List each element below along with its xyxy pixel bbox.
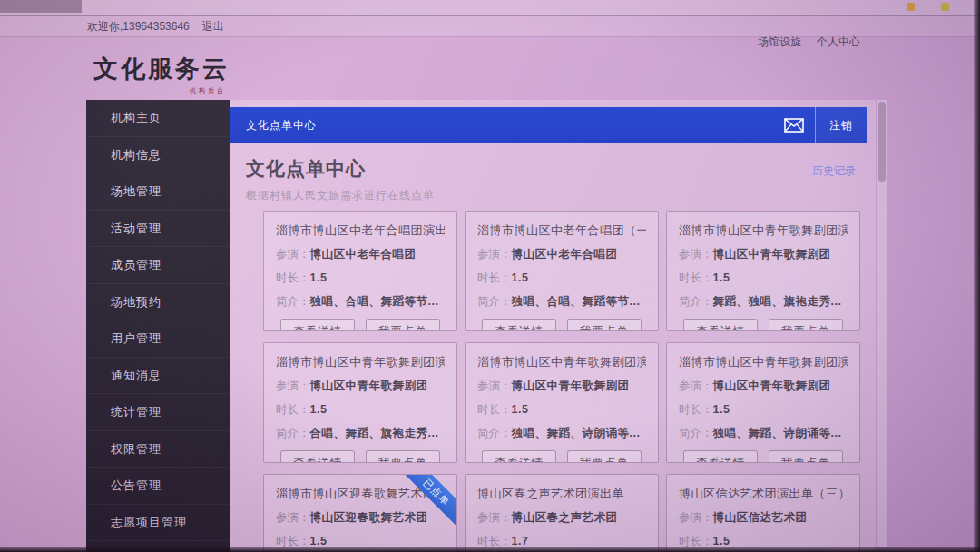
sidebar-menu: 机构主页 机构信息 场地管理 活动管理 成员管理 场地预约 用户管理 通知消息 … (86, 100, 230, 552)
performer-value: 博山区春之声艺术团 (512, 511, 618, 524)
screen-bezel (974, 0, 980, 552)
performance-card: 淄博市博山区中青年歌舞剧团演出... 参演：博山区中青年歌舞剧团 时长：1.5 … (666, 342, 860, 463)
card-performer-row: 参演：博山区中青年歌舞剧团 (679, 247, 848, 262)
intro-label: 简介： (679, 295, 713, 308)
view-details-button[interactable]: 查看详情 (280, 319, 355, 331)
personal-center-link[interactable]: 个人中心 (817, 34, 860, 50)
link-divider (808, 37, 809, 47)
duration-label: 时长： (679, 271, 713, 284)
intro-label: 简介： (679, 427, 713, 439)
duration-value: 1.5 (713, 403, 730, 416)
performer-value: 博山区中青年歌舞剧团 (713, 248, 831, 261)
view-details-button[interactable]: 查看详情 (482, 319, 556, 331)
card-intro-row: 简介：合唱、舞蹈、旗袍走秀... (276, 426, 445, 441)
sidebar-item-0[interactable]: 机构主页 (86, 100, 230, 137)
performer-label: 参演： (477, 380, 512, 392)
card-intro-row: 简介：舞蹈、独唱、旗袍走秀... (679, 294, 848, 310)
venue-facilities-link[interactable]: 场馆设旋 (758, 34, 801, 50)
card-duration-row: 时长：1.5 (679, 402, 848, 418)
order-button[interactable]: 我要点单 (366, 450, 440, 463)
card-duration-row: 时长：1.5 (276, 402, 445, 418)
view-details-button[interactable]: 查看详情 (683, 450, 758, 463)
card-buttons: 查看详情 我要点单 (679, 450, 848, 463)
sidebar-item-9[interactable]: 权限管理 (86, 431, 230, 468)
card-grid: 淄博市博山区中老年合唱团演出单... 参演：博山区中老年合唱团 时长：1.5 简… (263, 211, 860, 552)
page-head: 文化点单中心 根据村镇人民文旅需求进行在线点单 (246, 156, 858, 203)
intro-label: 简介： (477, 295, 512, 308)
performance-card: 博山区春之声艺术团演出单 参演：博山区春之声艺术团 时长：1.7 简介： 查看详… (465, 474, 659, 552)
intro-value: 独唱、合唱、舞蹈等节... (512, 295, 641, 308)
sidebar-item-6[interactable]: 用户管理 (86, 320, 230, 358)
logo-text: 文化服务云 (93, 53, 230, 85)
duration-value: 1.7 (512, 535, 529, 547)
sidebar-item-7[interactable]: 通知消息 (86, 358, 230, 395)
sidebar-item-4[interactable]: 成员管理 (86, 247, 230, 284)
performer-value: 博山区中老年合唱团 (512, 248, 618, 261)
logo-subtext: 机构后台 (93, 86, 226, 95)
card-intro-row: 简介：独唱、合唱、舞蹈等节... (477, 294, 646, 310)
sidebar-item-label: 成员管理 (111, 258, 162, 271)
order-button[interactable]: 我要点单 (769, 319, 843, 331)
topbar-title: 文化点单中心 (230, 118, 773, 133)
card-performer-row: 参演：博山区迎春歌舞艺术团 (276, 510, 445, 526)
sidebar-item-label: 活动管理 (111, 222, 162, 235)
card-intro-row: 简介：独唱、合唱、舞蹈等节... (276, 294, 445, 310)
performer-label: 参演： (679, 380, 713, 392)
performer-value: 博山区中青年歌舞剧团 (713, 380, 831, 392)
performer-label: 参演： (276, 511, 310, 524)
duration-value: 1.5 (310, 535, 328, 547)
scrollbar-thumb[interactable] (878, 102, 886, 182)
sidebar-item-2[interactable]: 场地管理 (86, 173, 230, 211)
sidebar-item-3[interactable]: 活动管理 (86, 211, 230, 248)
card-duration-row: 时长：1.5 (276, 271, 445, 286)
photo-shadow (0, 0, 82, 13)
sidebar-item-10[interactable]: 公告管理 (86, 468, 230, 505)
duration-value: 1.5 (512, 403, 529, 416)
mail-button[interactable] (773, 107, 815, 143)
performance-card: 博山区信达艺术团演出单（三） 参演：博山区信达艺术团 时长：1.5 简介：独唱、… (666, 474, 860, 552)
performance-card: 淄博市博山区中青年歌舞剧团演出... 参演：博山区中青年歌舞剧团 时长：1.5 … (465, 342, 659, 463)
sidebar-item-label: 机构信息 (111, 148, 162, 162)
sidebar-item-label: 场地管理 (111, 184, 162, 198)
sidebar-item-8[interactable]: 统计管理 (86, 394, 230, 431)
duration-label: 时长： (276, 271, 310, 284)
card-buttons: 查看详情 我要点单 (477, 319, 646, 331)
card-buttons: 查看详情 我要点单 (477, 450, 646, 463)
logout-button[interactable]: 注销 (816, 107, 867, 143)
main-panel: 文化点单中心 注销 文化点单中心 根据村镇人民文旅需求进行在线点单 历史记录 淄… (230, 100, 876, 552)
card-intro-row: 简介：独唱、舞蹈、诗朗诵等... (679, 426, 848, 441)
order-button[interactable]: 我要点单 (366, 319, 440, 331)
duration-value: 1.5 (713, 535, 730, 547)
duration-label: 时长： (477, 535, 512, 547)
order-button[interactable]: 我要点单 (769, 450, 843, 463)
history-link[interactable]: 历史记录 (812, 163, 856, 179)
intro-label: 简介： (276, 295, 310, 308)
top-logout-link[interactable]: 退出 (202, 19, 224, 34)
card-title: 淄博市博山区中老年合唱团（一） (477, 222, 646, 239)
browser-chrome-icon (941, 3, 949, 11)
view-details-button[interactable]: 查看详情 (482, 450, 556, 463)
order-button[interactable]: 我要点单 (567, 450, 642, 463)
view-details-button[interactable]: 查看详情 (683, 319, 758, 331)
order-button[interactable]: 我要点单 (567, 319, 642, 331)
card-buttons: 查看详情 我要点单 (679, 319, 848, 331)
sidebar-item-5[interactable]: 场地预约 (86, 284, 230, 321)
sidebar-item-label: 机构主页 (111, 111, 162, 124)
sidebar-item-11[interactable]: 志愿项目管理 (86, 505, 230, 542)
sidebar-item-1[interactable]: 机构信息 (86, 137, 230, 174)
mail-icon (784, 118, 804, 133)
duration-label: 时长： (477, 271, 512, 284)
card-performer-row: 参演：博山区中青年歌舞剧团 (477, 379, 646, 394)
performer-label: 参演： (679, 511, 713, 524)
vertical-scrollbar[interactable] (877, 100, 887, 547)
card-title: 淄博市博山区中老年合唱团演出单... (276, 222, 445, 239)
performance-card: 已点单 淄博市博山区迎春歌舞艺术团演出单 参演：博山区迎春歌舞艺术团 时长：1.… (263, 474, 457, 552)
view-details-button[interactable]: 查看详情 (280, 450, 355, 463)
sidebar-item-label: 通知消息 (111, 369, 162, 382)
browser-chrome-strip (0, 0, 980, 16)
card-title: 淄博市博山区中青年歌舞剧团演出... (679, 222, 848, 239)
card-buttons: 查看详情 我要点单 (276, 450, 445, 463)
performer-label: 参演： (679, 248, 713, 261)
intro-value: 舞蹈、独唱、旗袍走秀... (713, 295, 842, 308)
card-duration-row: 时长：1.5 (679, 271, 848, 286)
